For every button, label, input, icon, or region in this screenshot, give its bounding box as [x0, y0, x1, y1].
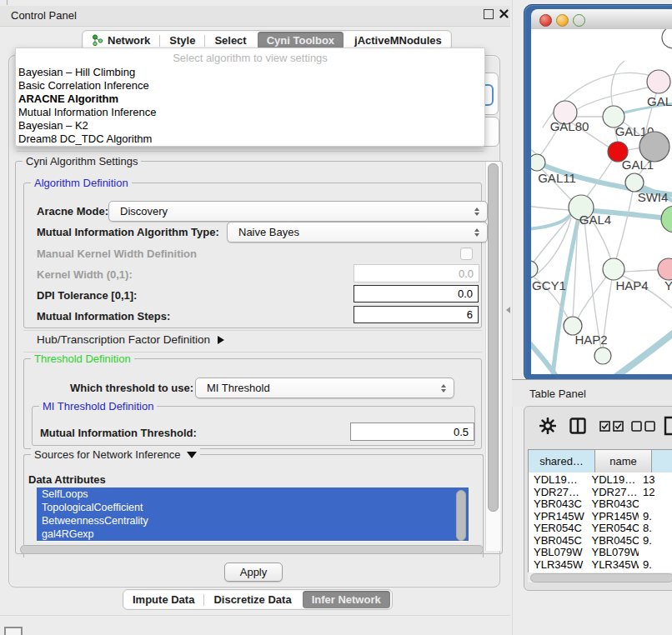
table-cell: [639, 546, 672, 558]
algorithm-option[interactable]: Dream8 DC_TDC Algorithm: [16, 132, 484, 146]
hub-definition-label: Hub/Transcription Factor Definition: [37, 333, 210, 346]
network-window-titlebar[interactable]: [531, 9, 672, 30]
attribute-list-scrollbar-thumb[interactable]: [456, 490, 466, 541]
close-icon[interactable]: [499, 8, 509, 19]
obscured-divider: [17, 151, 484, 152]
table-row[interactable]: YDL19…YDL19…13: [529, 473, 672, 486]
tab-impute-data[interactable]: Impute Data: [123, 590, 203, 609]
mi-steps-field[interactable]: 6: [354, 306, 479, 323]
mi-type-label: Mutual Information Algorithm Type:: [37, 226, 219, 238]
mi-threshold-group-title: MI Threshold Definition: [39, 400, 157, 412]
attribute-item[interactable]: BetweennessCentrality: [37, 514, 469, 528]
table-cell: 12: [639, 486, 672, 498]
attribute-item[interactable]: SelfLoops: [37, 488, 469, 501]
splitter-handle-icon[interactable]: [506, 307, 510, 313]
which-threshold-combo[interactable]: MI Threshold: [195, 378, 454, 398]
column-header-clipped[interactable]: [652, 450, 672, 472]
gear-icon[interactable]: [539, 418, 556, 434]
table-row[interactable]: YLR345WYLR345W9.: [529, 558, 672, 571]
float-window-icon[interactable]: [484, 9, 494, 19]
table-hscrollbar-thumb[interactable]: [530, 573, 672, 582]
table-cell: YBL079W: [529, 546, 588, 558]
column-header-name[interactable]: name: [595, 450, 652, 472]
mi-threshold-value: 0.5: [454, 426, 469, 438]
aracne-mode-combo[interactable]: Discovery: [108, 201, 488, 222]
manual-kernel-label: Manual Kernel Width Definition: [37, 248, 197, 260]
node-label: HAP2: [574, 332, 607, 347]
floating-panel-icon[interactable]: [4, 627, 23, 635]
column-header-shared-name[interactable]: shared…: [529, 450, 595, 472]
network-canvas[interactable]: GALGAL80GAL10GAL1GAL11SWI4GAL4GCY1HAP4YH…: [531, 29, 672, 374]
algorithm-option[interactable]: Bayesian – K2: [16, 119, 484, 132]
node-label: GAL4: [579, 212, 611, 227]
tab-infer-network[interactable]: Infer Network: [303, 591, 390, 608]
table-row[interactable]: YBR043CYBR043C: [529, 498, 672, 510]
manual-kernel-checkbox[interactable]: [460, 248, 473, 260]
network-node[interactable]: [594, 348, 611, 364]
settings-scrollbar[interactable]: [485, 162, 500, 551]
table-row[interactable]: YER054CYER054C8.: [529, 522, 672, 534]
combo-stepper-icon: [474, 208, 479, 216]
mi-type-value: Naive Bayes: [238, 226, 299, 238]
panel-divider[interactable]: [512, 0, 513, 635]
table-hscrollbar[interactable]: [528, 572, 672, 582]
network-node[interactable]: [639, 132, 669, 162]
algorithm-option[interactable]: Bayesian – Hill Climbing: [16, 66, 484, 79]
hub-definition-expander[interactable]: Hub/Transcription Factor Definition: [37, 333, 224, 346]
attribute-item[interactable]: gal4RGexp: [37, 528, 469, 541]
mi-type-combo[interactable]: Naive Bayes: [227, 222, 488, 242]
algorithm-option[interactable]: Mutual Information Inference: [16, 106, 484, 119]
minimize-button[interactable]: [556, 14, 569, 27]
table-cell: YDL19…: [588, 473, 639, 486]
network-nodes: GALGAL80GAL10GAL1GAL11SWI4GAL4GCY1HAP4YH…: [531, 29, 672, 364]
tab-cyni-toolbox[interactable]: Cyni Toolbox: [258, 32, 344, 49]
table-row[interactable]: YPR145WYPR145W9.: [529, 510, 672, 522]
node-label: HAP4: [615, 278, 648, 292]
table-row[interactable]: YBL079WYBL079W: [529, 546, 672, 558]
dpi-tolerance-field[interactable]: 0.0: [354, 285, 479, 302]
network-node[interactable]: [531, 154, 545, 171]
mi-threshold-field[interactable]: 0.5: [350, 422, 474, 441]
algorithm-definition-title: Algorithm Definition: [31, 177, 132, 189]
zoom-button[interactable]: [573, 14, 585, 27]
settings-scrollbar-thumb[interactable]: [488, 163, 499, 512]
column-layout-icon[interactable]: [569, 418, 586, 434]
bottom-tabbar: Impute Data Discretize Data Infer Networ…: [123, 589, 393, 610]
checked-checkboxes-icon[interactable]: [599, 421, 624, 432]
node-label: GAL11: [538, 171, 576, 185]
attribute-item[interactable]: TopologicalCoefficient: [37, 501, 469, 514]
algorithm-option[interactable]: Basic Correlation Inference: [16, 79, 484, 92]
network-node[interactable]: [531, 261, 538, 278]
threshold-definition-title: Threshold Definition: [31, 352, 134, 365]
combo-stepper-icon: [474, 228, 479, 237]
network-node[interactable]: [647, 70, 670, 93]
node-label: GCY1: [532, 278, 566, 292]
network-node[interactable]: [625, 173, 644, 192]
control-panel-titlebar: Control Panel: [0, 6, 510, 27]
network-node[interactable]: [661, 206, 672, 232]
combo-stepper-icon: [441, 384, 446, 392]
apply-button[interactable]: Apply: [224, 562, 283, 582]
table-panel-title: Table Panel: [529, 388, 586, 400]
table-cell: YLR345W: [588, 558, 639, 571]
network-node[interactable]: [662, 29, 672, 48]
algorithm-placeholder: Select algorithm to view settings: [16, 48, 484, 66]
network-node[interactable]: [603, 258, 624, 280]
table-row[interactable]: YBR045CYBR045C9.: [529, 534, 672, 547]
kernel-width-field[interactable]: 0.0: [354, 264, 479, 282]
document-icon[interactable]: [664, 416, 672, 436]
settings-group-title: Cyni Algorithm Settings: [23, 155, 141, 168]
collapse-arrow-icon[interactable]: [187, 452, 197, 458]
section-divider: [23, 330, 482, 331]
table-row[interactable]: YDR27…YDR27…12: [529, 486, 672, 498]
aracne-mode-value: Discovery: [120, 205, 168, 218]
network-node[interactable]: [658, 258, 672, 280]
node-label: Y: [664, 278, 672, 292]
unchecked-checkboxes-icon[interactable]: [631, 421, 656, 432]
tab-discretize-data[interactable]: Discretize Data: [204, 590, 300, 609]
settings-hscrollbar-thumb[interactable]: [20, 545, 484, 554]
close-button[interactable]: [539, 14, 552, 27]
node-label: GAL80: [550, 119, 589, 133]
algorithm-option-selected[interactable]: ARACNE Algorithm: [16, 92, 484, 106]
network-view-window[interactable]: GALGAL80GAL10GAL1GAL11SWI4GAL4GCY1HAP4YH…: [524, 4, 672, 382]
